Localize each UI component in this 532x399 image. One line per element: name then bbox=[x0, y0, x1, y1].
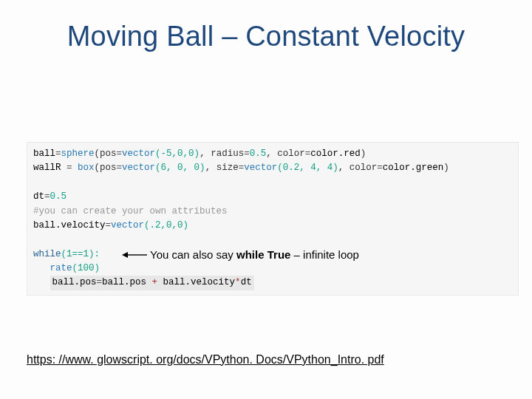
code-token: color.red bbox=[310, 149, 361, 159]
code-token: dt bbox=[33, 191, 44, 202]
code-token: 0.5 bbox=[50, 191, 67, 202]
code-token: sphere bbox=[61, 149, 95, 159]
code-token: (-5,0,0) bbox=[155, 149, 200, 159]
code-token: , bbox=[338, 163, 349, 173]
code-token bbox=[33, 263, 50, 273]
code-token: color.green bbox=[383, 163, 444, 173]
code-token: = bbox=[244, 149, 250, 159]
code-token: ( bbox=[95, 149, 100, 159]
svg-marker-1 bbox=[122, 252, 128, 258]
code-token: = bbox=[106, 220, 112, 231]
slide: Moving Ball – Constant Velocity ball=sph… bbox=[0, 0, 532, 399]
code-token: pos bbox=[100, 163, 117, 173]
code-comment: #you can create your own attributes bbox=[33, 206, 228, 216]
code-token: (0.2, 4, 4) bbox=[277, 163, 338, 173]
code-token: , bbox=[266, 149, 277, 159]
code-token: color bbox=[277, 149, 305, 159]
code-token: , bbox=[200, 149, 211, 159]
code-token: = bbox=[55, 149, 61, 159]
code-token: (6, 0, 0) bbox=[155, 163, 205, 173]
code-block: ball=sphere(pos=vector(-5,0,0), radius=0… bbox=[27, 142, 519, 296]
code-token: = bbox=[117, 163, 123, 173]
code-token: ball.pos bbox=[102, 277, 152, 287]
code-token: rate bbox=[50, 263, 72, 273]
code-token: ball bbox=[33, 149, 55, 159]
code-token: wallR bbox=[33, 163, 66, 173]
code-token: vector bbox=[122, 149, 155, 159]
code-token bbox=[33, 277, 50, 287]
code-token: = bbox=[377, 163, 383, 173]
code-token: vector bbox=[122, 163, 155, 173]
annotation-text-part: You can also say bbox=[150, 248, 236, 261]
code-token: , bbox=[205, 163, 216, 173]
code-token: (1==1): bbox=[61, 249, 106, 259]
code-token: vector bbox=[244, 163, 277, 173]
annotation-text-bold: while True bbox=[236, 248, 290, 261]
code-token: + bbox=[152, 277, 158, 287]
code-token: * bbox=[235, 277, 241, 287]
code-token: while bbox=[33, 249, 61, 259]
code-token: (.2,0,0) bbox=[144, 220, 188, 231]
annotation: You can also say while True – infinite l… bbox=[122, 248, 359, 261]
code-token: ball.velocity bbox=[157, 277, 235, 287]
code-token: size bbox=[216, 163, 239, 173]
code-token: ( bbox=[95, 163, 100, 173]
code-token: = bbox=[66, 163, 72, 173]
code-token: vector bbox=[111, 220, 144, 231]
code-token: = bbox=[44, 191, 50, 202]
code-token: ) bbox=[361, 149, 366, 159]
page-title: Moving Ball – Constant Velocity bbox=[0, 21, 532, 52]
code-token: radius bbox=[211, 149, 244, 159]
code-token: dt bbox=[241, 277, 252, 287]
code-token bbox=[33, 233, 512, 247]
footer-link[interactable]: https: //www. glowscript. org/docs/VPyth… bbox=[27, 353, 384, 366]
code-token: color bbox=[349, 163, 378, 173]
code-token: box bbox=[72, 163, 95, 173]
code-token: ball.velocity bbox=[33, 220, 106, 231]
code-token: ) bbox=[443, 163, 449, 173]
code-token: (100) bbox=[72, 263, 100, 273]
code-token: ball.pos bbox=[52, 277, 97, 287]
annotation-text-part: – infinite loop bbox=[290, 248, 359, 261]
code-token bbox=[33, 176, 512, 190]
arrow-left-icon bbox=[122, 248, 147, 261]
code-token: = bbox=[117, 149, 123, 159]
code-token: = bbox=[97, 277, 103, 287]
code-token: 0.5 bbox=[250, 149, 267, 159]
annotation-text: You can also say while True – infinite l… bbox=[150, 248, 359, 261]
code-token: pos bbox=[100, 149, 117, 159]
